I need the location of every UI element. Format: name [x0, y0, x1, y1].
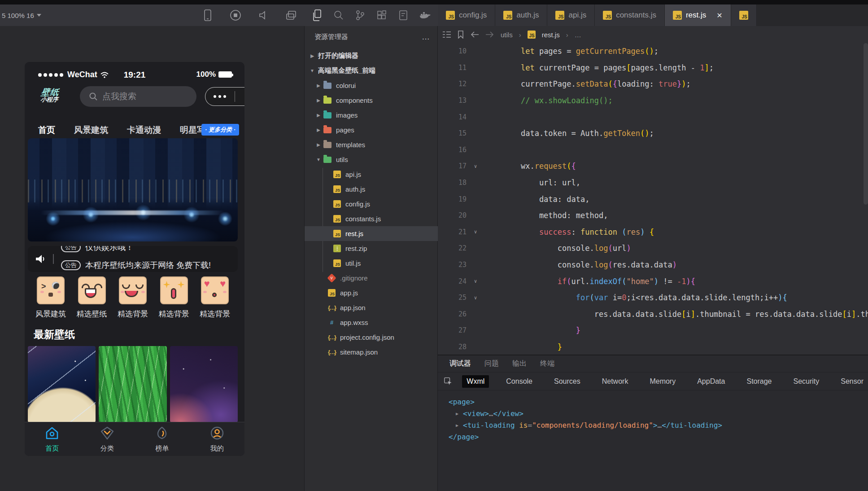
nav-back-icon[interactable]	[470, 31, 479, 38]
search-icon[interactable]	[332, 9, 345, 22]
expand-arrow-icon[interactable]: ▶	[456, 411, 463, 416]
code-line-12[interactable]: 12 currentPage.setData({loading: true});	[438, 76, 868, 92]
tree-item-app.wxss[interactable]: #app.wxss	[305, 315, 438, 330]
breadcrumb-more[interactable]: …	[575, 31, 581, 39]
devtools-tab-Sensor[interactable]: Sensor	[836, 375, 868, 388]
tree-item-app.js[interactable]: JSapp.js	[305, 285, 438, 300]
devtools-tab-Sources[interactable]: Sources	[550, 375, 585, 388]
tree-item-app.json[interactable]: {…}app.json	[305, 300, 438, 315]
capsule-exit-button[interactable]	[235, 92, 245, 101]
phone-device-icon[interactable]	[201, 9, 214, 22]
hero-swiper-image[interactable]	[28, 138, 238, 241]
aurora-wallpaper[interactable]	[170, 346, 238, 422]
editor-tab-auth.js[interactable]: JSauth.js	[495, 4, 547, 26]
grass-wallpaper[interactable]	[99, 346, 166, 422]
code-line-11[interactable]: 11 let currentPage = pages[pages.length …	[438, 60, 868, 76]
code-line-10[interactable]: 10 let pages = getCurrentPages();	[438, 43, 868, 60]
category-heart[interactable]: ♥♥精选背景	[197, 276, 232, 319]
expand-arrow-icon[interactable]: ▶	[456, 423, 463, 428]
devtools-tab-Wxml[interactable]: Wxml	[462, 375, 489, 388]
category-smile[interactable]: 精选背景	[115, 276, 150, 319]
mini-nav-首页[interactable]: 首页	[38, 124, 55, 136]
tabbar-分类[interactable]: 分类	[80, 422, 135, 456]
tree-item-打开的编辑器[interactable]: ▶打开的编辑器	[305, 48, 438, 63]
notice-marquee[interactable]: 公告仅供娱乐哦！公告本程序壁纸均来源于网络 免费下载!	[28, 246, 238, 272]
code-line-27[interactable]: 27 }	[438, 322, 868, 339]
tree-item-utils[interactable]: ▼utils	[305, 152, 438, 167]
mute-speaker-icon[interactable]	[257, 9, 270, 22]
fold-chevron-icon[interactable]: ∨	[467, 229, 484, 235]
code-area[interactable]: 10 let pages = getCurrentPages();11 let …	[438, 43, 868, 355]
tabbar-我的[interactable]: 我的	[190, 422, 245, 456]
devtools-tab-AppData[interactable]: AppData	[693, 375, 729, 388]
debugger-tab-输出[interactable]: 输出	[512, 359, 527, 368]
devtools-tab-Network[interactable]: Network	[598, 375, 633, 388]
code-line-14[interactable]: 14	[438, 109, 868, 125]
tree-item-rest.zip[interactable]: ⋮rest.zip	[305, 241, 438, 256]
source-control-icon[interactable]	[353, 9, 367, 22]
tree-item-constants.js[interactable]: JSconstants.js	[305, 211, 438, 226]
tree-item-高端黑金壁纸前端[interactable]: ▼高端黑金壁纸_前端	[305, 63, 438, 78]
code-line-26[interactable]: 26 res.data.data.slide[i].thumbnail = re…	[438, 306, 868, 323]
explorer-more-button[interactable]: …	[422, 32, 430, 42]
code-line-21[interactable]: 21∨ success: function (res) {	[438, 224, 868, 241]
tree-item-pages[interactable]: ▶pages	[305, 123, 438, 137]
fold-chevron-icon[interactable]: ∨	[467, 278, 484, 284]
devtools-tab-Security[interactable]: Security	[789, 375, 824, 388]
code-line-23[interactable]: 23 console.log(res.data.data)	[438, 257, 868, 273]
code-line-20[interactable]: 20 method: method,	[438, 207, 868, 224]
wxml-node[interactable]: ▶<view>…</view>	[449, 408, 868, 419]
fold-chevron-icon[interactable]: ∨	[467, 163, 484, 169]
mini-nav-风景建筑[interactable]: 风景建筑	[74, 124, 108, 136]
extensions-icon[interactable]	[375, 9, 388, 22]
record-stop-icon[interactable]	[229, 9, 242, 22]
devtools-tab-Console[interactable]: Console	[502, 375, 537, 388]
editor-tab-config.js[interactable]: JSconfig.js	[438, 4, 495, 26]
wxml-node[interactable]: <page>	[449, 396, 868, 408]
editor-scrollbar[interactable]	[864, 43, 868, 205]
tree-item-.gitignore[interactable]: ⑂.gitignore	[305, 271, 438, 285]
code-line-15[interactable]: 15 data.token = Auth.getToken();	[438, 125, 868, 142]
fold-chevron-icon[interactable]: ∨	[467, 295, 484, 301]
category-wink[interactable]: >风景建筑	[33, 276, 68, 319]
outline-list-icon[interactable]	[442, 31, 451, 38]
code-line-25[interactable]: 25∨ for(var i=0;i<res.data.data.slide.le…	[438, 289, 868, 306]
tree-item-colorui[interactable]: ▶colorui	[305, 78, 438, 93]
inspect-element-icon[interactable]	[444, 377, 452, 386]
debugger-tab-问题[interactable]: 问题	[484, 359, 499, 368]
nav-forward-icon[interactable]	[485, 31, 494, 38]
editor-tab-constants.js[interactable]: JSconstants.js	[595, 4, 665, 26]
debugger-tab-调试器[interactable]: 调试器	[449, 359, 471, 368]
bookmark-icon[interactable]	[458, 31, 464, 39]
file-panel-icon[interactable]	[397, 9, 410, 22]
breadcrumb-folder[interactable]: utils	[501, 31, 513, 39]
code-line-24[interactable]: 24∨ if(url.indexOf("home") != -1){	[438, 273, 868, 289]
tree-item-project.config.json[interactable]: {…}project.config.json	[305, 330, 438, 345]
devtools-tab-Storage[interactable]: Storage	[742, 375, 776, 388]
devtools-tab-Memory[interactable]: Memory	[645, 375, 680, 388]
multi-window-icon[interactable]	[284, 9, 298, 22]
category-sparkle[interactable]: 精选背景	[157, 276, 192, 319]
debugger-tab-终端[interactable]: 终端	[540, 359, 554, 368]
tree-item-images[interactable]: ▶images	[305, 108, 438, 123]
wxml-node[interactable]: </page>	[449, 431, 868, 443]
moon-wallpaper[interactable]	[28, 346, 96, 422]
code-line-16[interactable]: 16	[438, 142, 868, 158]
more-categories-badge[interactable]: · 更多分类 ·	[201, 124, 239, 136]
explorer-files-icon[interactable]	[310, 9, 324, 22]
editor-tab-partial[interactable]: JS	[731, 4, 757, 26]
code-line-18[interactable]: 18 url: url,	[438, 175, 868, 191]
tabbar-榜单[interactable]: 榜单	[135, 422, 190, 456]
search-input[interactable]: 点我搜索	[80, 86, 196, 107]
tree-item-sitemap.json[interactable]: {…}sitemap.json	[305, 345, 438, 359]
code-line-17[interactable]: 17∨ wx.request({	[438, 158, 868, 175]
tree-item-config.js[interactable]: JSconfig.js	[305, 197, 438, 211]
capsule-more-button[interactable]	[205, 95, 235, 98]
wxml-node[interactable]: ▶<tui-loading is="components/loading/loa…	[449, 419, 868, 431]
mini-nav-卡通动漫[interactable]: 卡通动漫	[127, 124, 161, 136]
tree-item-util.js[interactable]: JSutil.js	[305, 256, 438, 271]
tabbar-首页[interactable]: 首页	[25, 422, 80, 456]
code-line-22[interactable]: 22 console.log(url)	[438, 240, 868, 257]
tree-item-templates[interactable]: ▶templates	[305, 137, 438, 152]
code-line-28[interactable]: 28 }	[438, 339, 868, 355]
